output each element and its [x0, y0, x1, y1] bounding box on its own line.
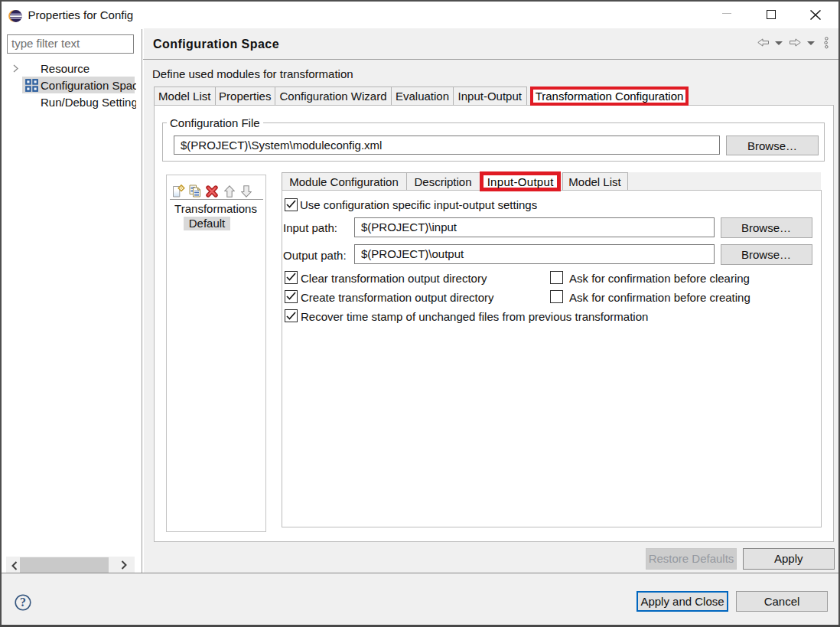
svg-text:?: ?	[20, 596, 26, 609]
